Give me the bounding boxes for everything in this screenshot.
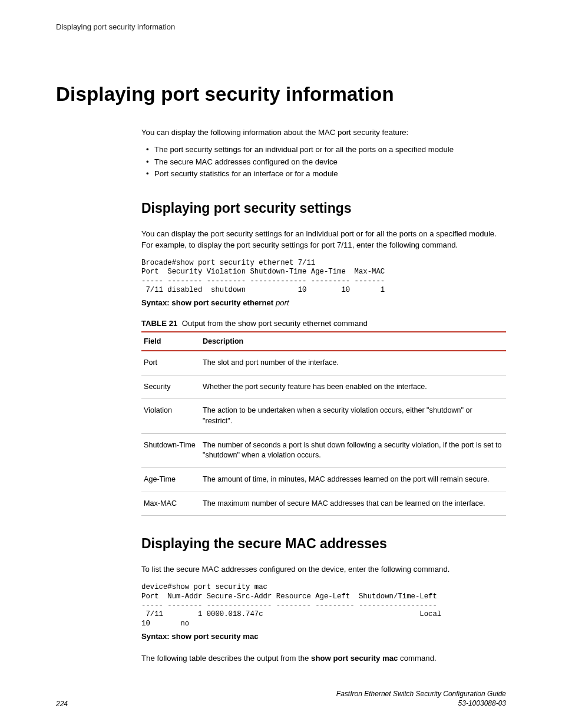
table-row: Shutdown-TimeThe number of seconds a por…: [141, 433, 506, 467]
cell-field: Shutdown-Time: [141, 433, 200, 467]
text-bold: show port security mac: [311, 654, 398, 663]
col-description: Description: [200, 332, 506, 351]
text-span: command.: [398, 654, 436, 663]
footer-guide-docnum: 53-1003088-03: [336, 699, 506, 708]
main-content: You can display the following informatio…: [141, 127, 506, 664]
section2-paragraph: To list the secure MAC addresses configu…: [141, 564, 506, 575]
table-row: Age-TimeThe amount of time, in minutes, …: [141, 467, 506, 492]
list-item: The port security settings for an indivi…: [141, 144, 506, 156]
cell-field: Max-MAC: [141, 492, 200, 516]
table-row: SecurityWhether the port security featur…: [141, 375, 506, 399]
cell-desc: The action to be undertaken when a secur…: [200, 399, 506, 433]
intro-paragraph: You can display the following informatio…: [141, 127, 506, 138]
text-span: The following table describes the output…: [141, 654, 311, 663]
cell-desc: The maximum number of secure MAC address…: [200, 492, 506, 516]
table-header-row: Field Description: [141, 332, 506, 351]
cell-desc: The amount of time, in minutes, MAC addr…: [200, 467, 506, 492]
syntax-bold: Syntax: show port security ethernet: [141, 298, 276, 307]
section1-paragraph: You can display the port security settin…: [141, 228, 506, 251]
section-heading-settings: Displaying port security settings: [141, 200, 506, 216]
table-row: PortThe slot and port number of the inte…: [141, 351, 506, 375]
cell-field: Port: [141, 351, 200, 375]
cell-desc: The slot and port number of the interfac…: [200, 351, 506, 375]
table-number: TABLE 21: [141, 319, 177, 328]
list-item: The secure MAC addresses configured on t…: [141, 156, 506, 168]
intro-bullet-list: The port security settings for an indivi…: [141, 144, 506, 180]
cell-desc: The number of seconds a port is shut dow…: [200, 433, 506, 467]
list-item: Port security statistics for an interfac…: [141, 168, 506, 180]
code-block-ethernet: Brocade#show port security ethernet 7/11…: [141, 259, 506, 295]
syntax-bold: Syntax: show port security mac: [141, 632, 259, 641]
syntax-line-mac: Syntax: show port security mac: [141, 632, 506, 641]
page-title: Displaying port security information: [56, 83, 506, 106]
table-row: ViolationThe action to be undertaken whe…: [141, 399, 506, 433]
footer-guide: FastIron Ethernet Switch Security Config…: [336, 689, 506, 708]
cell-desc: Whether the port security feature has be…: [200, 375, 506, 399]
footer-guide-title: FastIron Ethernet Switch Security Config…: [336, 689, 506, 699]
col-field: Field: [141, 332, 200, 351]
page-footer: 224 FastIron Ethernet Switch Security Co…: [56, 689, 506, 708]
cell-field: Age-Time: [141, 467, 200, 492]
output-table: Field Description PortThe slot and port …: [141, 331, 506, 516]
table-caption-text: Output from the show port security ether…: [182, 319, 368, 328]
cell-field: Security: [141, 375, 200, 399]
code-block-mac: device#show port security mac Port Num-A…: [141, 583, 506, 628]
syntax-italic: port: [276, 298, 289, 307]
table-caption: TABLE 21 Output from the show port secur…: [141, 319, 506, 328]
syntax-line-ethernet: Syntax: show port security ethernet port: [141, 298, 506, 307]
table-row: Max-MACThe maximum number of secure MAC …: [141, 492, 506, 516]
page-number: 224: [56, 700, 68, 708]
cell-field: Violation: [141, 399, 200, 433]
section-heading-mac: Displaying the secure MAC addresses: [141, 536, 506, 552]
running-header: Displaying port security information: [56, 22, 506, 31]
section2-after-paragraph: The following table describes the output…: [141, 653, 506, 664]
